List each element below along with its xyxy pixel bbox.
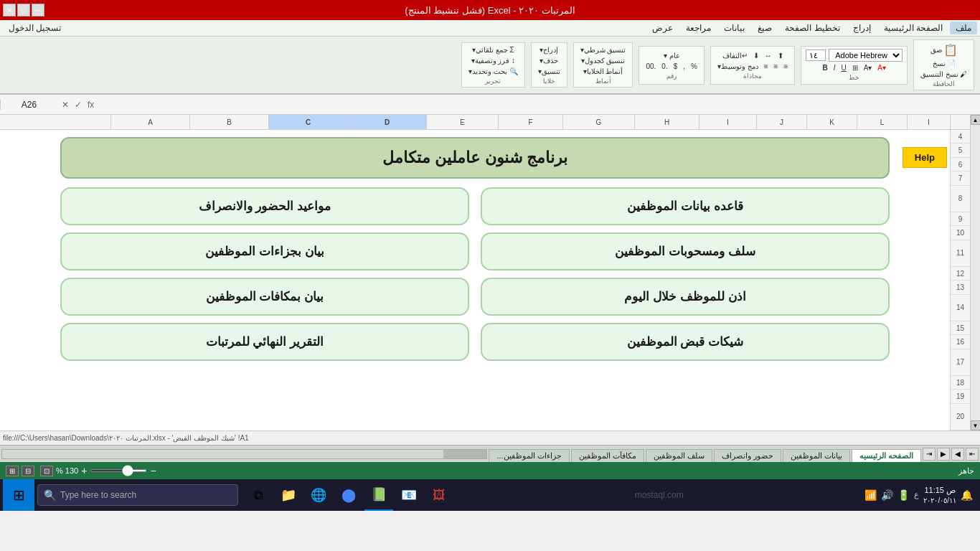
attendance-button[interactable]: مواعيد الحضور والانصراف xyxy=(60,187,469,225)
percent-button[interactable]: % xyxy=(689,62,699,71)
conditional-format-button[interactable]: تنسيق شرطي▾ xyxy=(578,45,628,55)
vertical-scrollbar[interactable]: ▲ ▼ xyxy=(970,115,980,430)
col-header-E[interactable]: E xyxy=(426,115,498,129)
insert-function-button[interactable]: fx xyxy=(86,100,95,110)
number-format-button[interactable]: عام ▾ xyxy=(661,51,682,60)
restore-button[interactable]: □ xyxy=(17,4,30,17)
taskbar-search[interactable]: 🔍 Type here to search xyxy=(37,484,238,506)
increase-decimal-button[interactable]: .0 xyxy=(659,62,669,71)
format-table-button[interactable]: تنسيق كجدول▾ xyxy=(579,56,628,65)
align-top-button[interactable]: ⬆ xyxy=(776,51,786,60)
leave-button[interactable]: اذن للموظف خلال اليوم xyxy=(481,278,890,316)
align-left-button[interactable]: ≡ xyxy=(762,62,771,71)
confirm-formula-button[interactable]: ✓ xyxy=(73,100,83,110)
layout-page-button[interactable]: ⊟ xyxy=(22,466,34,476)
merge-button[interactable]: دمج وتوسيط▾ xyxy=(715,62,760,71)
delete-cells-button[interactable]: حذف▾ xyxy=(537,56,560,65)
tab-data[interactable]: بيانات xyxy=(718,22,750,34)
border-button[interactable]: ⊞ xyxy=(850,63,860,72)
tab-formulas[interactable]: صيغ xyxy=(752,22,778,34)
employee-data-button[interactable]: قاعده بيانات الموظفين xyxy=(481,187,890,225)
align-center-button[interactable]: ≡ xyxy=(772,62,781,71)
underline-button[interactable]: U xyxy=(839,63,848,72)
font-selector[interactable]: Adobe Hebrew xyxy=(829,49,903,62)
help-button[interactable]: Help xyxy=(903,147,947,168)
formula-input[interactable] xyxy=(98,100,980,110)
sheet-tab-home[interactable]: الصفحه الرئيسيه xyxy=(852,449,921,462)
format-painter-button[interactable]: 🖌نسخ التنسيق xyxy=(918,70,969,79)
taskbar-clock[interactable]: 11:15 ص ٢٠٢٠/٠٥/١١ xyxy=(923,485,956,504)
tab-main[interactable]: الصفحة الرئيسية xyxy=(878,22,948,34)
sheet-tab-penalties[interactable]: جزاءات الموظفين... xyxy=(489,449,569,462)
comma-button[interactable]: , xyxy=(681,62,687,71)
autosum-button[interactable]: Σ جمع تلقائي▾ xyxy=(470,45,517,55)
col-header-L[interactable]: L xyxy=(857,115,907,129)
deductions-button[interactable]: سلف ومسحوبات الموظفين xyxy=(481,232,890,270)
insert-cells-button[interactable]: إدراج▾ xyxy=(537,45,560,55)
zoom-slider[interactable] xyxy=(90,469,147,472)
sheet-next-button[interactable]: ▶ xyxy=(937,448,950,461)
horizontal-scrollbar[interactable] xyxy=(1,449,487,459)
layout-break-button[interactable]: ⊞ xyxy=(6,466,19,476)
sheet-tab-attendance[interactable]: حضور وانصراف xyxy=(714,449,781,462)
sheet-tab-employees[interactable]: بيانات الموظفين xyxy=(783,449,850,462)
col-header-I[interactable]: I xyxy=(907,115,950,129)
scroll-down-button[interactable]: ▼ xyxy=(971,420,981,430)
zoom-in-icon[interactable]: + xyxy=(81,465,87,476)
format-cells-button[interactable]: تنسيق▾ xyxy=(536,67,562,76)
file-explorer-button[interactable]: 📁 xyxy=(274,479,303,511)
fill-color-button[interactable]: A▾ xyxy=(862,63,875,72)
sheet-last-button[interactable]: ⇥ xyxy=(923,448,936,461)
scroll-track[interactable] xyxy=(971,125,981,420)
col-header-K[interactable]: K xyxy=(806,115,857,129)
sheet-tab-bonuses[interactable]: مكافآت الموظفين xyxy=(571,449,644,462)
zoom-out-icon[interactable]: − xyxy=(150,465,156,476)
outlook-button[interactable]: 📧 xyxy=(395,479,423,511)
close-button[interactable]: ✕ xyxy=(3,4,16,17)
tab-view[interactable]: عرض xyxy=(646,22,679,34)
rewards-button[interactable]: بيان بمكافات الموظفين xyxy=(60,278,469,316)
col-header-A[interactable]: A xyxy=(110,115,189,129)
paste-button[interactable]: 📋 صق xyxy=(928,42,960,57)
tab-review[interactable]: مراجعة xyxy=(680,22,717,34)
col-header-F[interactable]: F xyxy=(498,115,562,129)
report-button[interactable]: التقرير النهائي للمرتبات xyxy=(60,323,469,361)
chrome-button[interactable]: ⬤ xyxy=(334,479,363,511)
penalties-button[interactable]: بيان بجزاءات الموظفين xyxy=(60,232,469,270)
tab-signin[interactable]: تسجيل الدخول xyxy=(3,22,67,34)
find-button[interactable]: 🔍 بحث وتحديد▾ xyxy=(466,67,520,76)
sort-button[interactable]: ↕ فرز وتصفية▾ xyxy=(469,56,518,65)
sheet-prev-button[interactable]: ◀ xyxy=(951,448,964,461)
notifications-icon[interactable]: 🔔 xyxy=(961,489,973,501)
excel-app-button[interactable]: 📗 xyxy=(364,479,393,511)
font-size-input[interactable] xyxy=(806,50,826,61)
col-header-B[interactable]: B xyxy=(189,115,268,129)
col-header-J[interactable]: J xyxy=(756,115,806,129)
cell-reference[interactable]: A26 xyxy=(0,100,57,110)
italic-button[interactable]: I xyxy=(831,63,838,72)
tab-insert[interactable]: إدراج xyxy=(847,22,877,34)
copy-button[interactable]: 📄نسخ xyxy=(930,59,958,68)
sheet-first-button[interactable]: ⇤ xyxy=(966,448,979,461)
taskview-button[interactable]: ⧉ xyxy=(244,479,273,511)
tab-layout[interactable]: تخطيط الصفحة xyxy=(779,22,845,34)
minimize-button[interactable]: ─ xyxy=(32,4,44,17)
bold-button[interactable]: B xyxy=(820,63,829,72)
layout-normal-button[interactable]: ⊡ xyxy=(40,466,53,476)
scroll-thumb[interactable] xyxy=(443,450,486,458)
col-header-C[interactable]: C xyxy=(268,115,347,129)
align-right-button[interactable]: ≡ xyxy=(781,62,790,71)
scroll-up-button[interactable]: ▲ xyxy=(971,115,981,125)
sheet-tab-salaries[interactable]: سلف الموظفين xyxy=(646,449,712,462)
edge-button[interactable]: 🌐 xyxy=(304,479,333,511)
col-header-H[interactable]: H xyxy=(634,115,699,129)
font-color-button[interactable]: A▾ xyxy=(875,63,888,72)
start-button[interactable]: ⊞ xyxy=(3,479,34,511)
photos-button[interactable]: 🖼 xyxy=(425,479,453,511)
col-header-G[interactable]: G xyxy=(562,115,634,129)
align-middle-button[interactable]: ↔ xyxy=(763,51,774,60)
cell-styles-button[interactable]: أنماط الخلايا▾ xyxy=(581,67,626,76)
align-bottom-button[interactable]: ⬇ xyxy=(751,51,761,60)
checks-button[interactable]: شيكات قبض الموظفين xyxy=(481,323,890,361)
col-header-D[interactable]: D xyxy=(347,115,426,129)
